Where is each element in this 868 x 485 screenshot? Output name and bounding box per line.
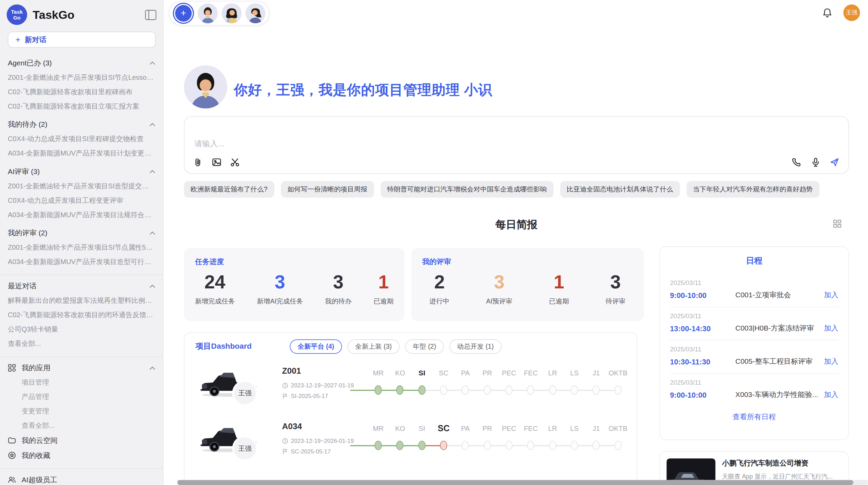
timeline-lead-line	[350, 390, 375, 391]
microphone-icon[interactable]	[811, 157, 821, 167]
milestone-oktb[interactable]: OKTB	[607, 368, 629, 395]
schedule-item[interactable]: 2025/03/11 9:00-10:00 C001-立项审批会 加入	[670, 274, 838, 307]
join-link[interactable]: 加入	[824, 357, 839, 366]
milestone-node	[614, 441, 622, 450]
new-chat-button[interactable]: + 新对话	[8, 32, 156, 48]
scissors-icon[interactable]	[230, 157, 240, 167]
cloud-folder-icon	[8, 436, 16, 445]
milestone-label: J1	[592, 424, 600, 434]
milestone-label: KO	[395, 424, 405, 434]
milestone-label: PEC	[502, 368, 516, 378]
suggestion-chip[interactable]: 如何写一份清晰的项目周报	[281, 181, 374, 198]
filter-tab[interactable]: 动总开发 (1)	[449, 339, 502, 354]
suggestion-chip[interactable]: 当下年轻人对汽车外观有怎样的喜好趋势	[686, 181, 819, 198]
sidebar-item-cloud-space[interactable]: 我的云空间	[8, 433, 155, 448]
suggestion-chip[interactable]: 特朗普可能对进口汽车增税会对中国车企造成哪些影响	[381, 181, 553, 198]
list-item[interactable]: C0X4-动力总成开发项目SI里程碑提交物检查	[8, 132, 155, 146]
avatar[interactable]	[222, 3, 242, 23]
project-owner-badge: 王强	[232, 380, 257, 406]
sidebar-item-favorites[interactable]: 我的收藏	[8, 448, 155, 463]
section-title: Agent已办 (3)	[8, 58, 150, 68]
chevron-up-icon[interactable]	[149, 170, 155, 173]
attachment-paperclip-icon[interactable]	[193, 157, 203, 167]
sidebar-item-change-mgmt[interactable]: 变更管理	[8, 404, 155, 419]
list-item[interactable]: A034-全新新能源MUV产品开发项目法规符合性评审	[8, 208, 155, 222]
horizontal-scrollbar-track	[177, 480, 868, 485]
list-item[interactable]: A034-全新新能源MUV产品开发项目计划变更类编写	[8, 146, 155, 161]
phone-icon[interactable]	[792, 157, 802, 167]
schedule-date: 2025/03/11	[670, 313, 838, 319]
avatar[interactable]	[245, 3, 265, 23]
new-chat-label: 新对话	[25, 35, 46, 45]
view-all-schedule-link[interactable]: 查看所有日程	[660, 412, 848, 422]
chevron-up-icon[interactable]	[149, 284, 155, 288]
chevron-up-icon[interactable]	[149, 366, 155, 370]
project-row[interactable]: 王强 A034 2023-12-19~2026-01-19 SC-2025-05…	[184, 412, 637, 468]
join-link[interactable]: 加入	[824, 390, 839, 400]
project-milestone-date: SC-2025-05-17	[282, 448, 331, 455]
horizontal-scrollbar-thumb[interactable]	[177, 480, 853, 485]
sidebar-item-project-mgmt[interactable]: 项目管理	[8, 375, 155, 390]
filter-tab[interactable]: 全新平台 (4)	[290, 339, 342, 354]
list-item[interactable]: Z001-全新燃油轻卡产品开发项目SI节点属性5D文件评审	[8, 240, 155, 255]
news-title: 小鹏飞行汽车制造公司增资	[722, 458, 833, 468]
join-link[interactable]: 加入	[824, 323, 839, 333]
notifications-bell-icon[interactable]	[822, 8, 832, 18]
stat-overdue: 1已逾期	[549, 271, 569, 306]
list-item[interactable]: Z001-全新燃油轻卡产品开发项目SI造型提交物评审	[8, 179, 155, 193]
list-item[interactable]: 解释最新出台的欧盟报废车法规再生塑料比例被调至15%...	[8, 294, 155, 308]
chevron-up-icon[interactable]	[149, 61, 155, 65]
project-code: Z001	[282, 366, 301, 375]
list-item[interactable]: A034-全新新能源MUV产品开发项目造型可行性评审	[8, 255, 155, 269]
schedule-item[interactable]: 2025/03/11 13:00-14:30 C003|H0B-方案冻结评审 加…	[670, 307, 838, 340]
sidebar-item-ai-super-staff[interactable]: AI超级员工	[8, 472, 155, 485]
avatar[interactable]	[198, 3, 218, 23]
schedule-item[interactable]: 2025/03/11 10:30-11:30 C005-整车工程目标评审 加入	[670, 340, 838, 374]
filter-tab[interactable]: 全新上装 (3)	[347, 339, 399, 354]
send-icon[interactable]	[830, 157, 840, 167]
join-link[interactable]: 加入	[824, 290, 839, 300]
chat-input-card[interactable]: 请输入...	[184, 116, 849, 174]
filter-tab[interactable]: 年型 (2)	[405, 339, 444, 354]
schedule-name: C005-整车工程目标评审	[735, 357, 818, 366]
layout-grid-icon[interactable]	[833, 219, 842, 228]
milestone-label: SI	[419, 424, 425, 434]
list-item[interactable]: Z001-全新燃油皮卡产品开发项目SI节点Lesson Learn报告	[8, 70, 155, 85]
logo-text-bottom: Go	[13, 15, 21, 20]
milestone-node	[571, 385, 578, 395]
schedule-item[interactable]: 2025/03/11 9:00-10:00 X003-车辆动力学性能验... 加…	[670, 374, 838, 406]
cloud-space-label: 我的云空间	[22, 435, 155, 445]
section-agent-done[interactable]: Agent已办 (3)	[8, 55, 155, 71]
logo-text-top: Task	[11, 9, 23, 15]
milestone-node	[440, 441, 447, 450]
list-item[interactable]: C02-飞腾新能源轻客改款项目立项汇报方案	[8, 99, 155, 113]
project-row[interactable]: 王强 Z001 2023-12-19~2027-01-19 SI-2025-05…	[184, 357, 637, 413]
sidebar-nav: Agent已办 (3) Z001-全新燃油皮卡产品开发项目SI节点Lesson …	[0, 50, 163, 485]
list-item[interactable]: C02-飞腾新能源轻客改款项目里程碑画布	[8, 85, 155, 99]
image-icon[interactable]	[212, 157, 221, 167]
collapse-sidebar-icon[interactable]	[145, 10, 156, 20]
greeting-text: 你好，王强，我是你的项目管理助理 小识	[234, 81, 492, 99]
view-all-apps[interactable]: 查看全部...	[8, 419, 155, 433]
section-recent-chats[interactable]: 最近对话	[8, 278, 155, 294]
list-item[interactable]: 公司Q3轻卡销量	[8, 322, 155, 337]
stat-row: 24新增完成任务 3新增AI完成任务 3我的待办 1已逾期	[184, 271, 405, 306]
list-item[interactable]: C0X4-动力总成开发项目工程变更评审	[8, 193, 155, 208]
view-all-chats[interactable]: 查看全部...	[8, 337, 155, 351]
sidebar-item-product-mgmt[interactable]: 产品管理	[8, 390, 155, 404]
section-my-review[interactable]: 我的评审 (2)	[8, 225, 155, 240]
milestone-oktb[interactable]: OKTB	[607, 424, 629, 450]
chevron-up-icon[interactable]	[149, 123, 155, 126]
schedule-date: 2025/03/11	[670, 279, 838, 286]
add-contact-button[interactable]: +	[173, 3, 194, 24]
plus-icon: +	[175, 5, 192, 22]
user-avatar[interactable]: 王强	[843, 4, 860, 21]
section-my-todo[interactable]: 我的待办 (2)	[8, 117, 155, 132]
suggestion-chip[interactable]: 比亚迪全固态电池计划具体说了什么	[560, 181, 680, 198]
suggestion-chip[interactable]: 欧洲新规最近颁布了什么?	[184, 181, 274, 198]
milestone-label: PR	[482, 368, 492, 378]
sidebar-item-my-apps[interactable]: 我的应用	[8, 360, 155, 375]
list-item[interactable]: C02-飞腾新能源轻客改款项目的闭环通告反馈情况	[8, 308, 155, 322]
chevron-up-icon[interactable]	[149, 231, 155, 235]
section-ai-review[interactable]: AI评审 (3)	[8, 164, 155, 179]
